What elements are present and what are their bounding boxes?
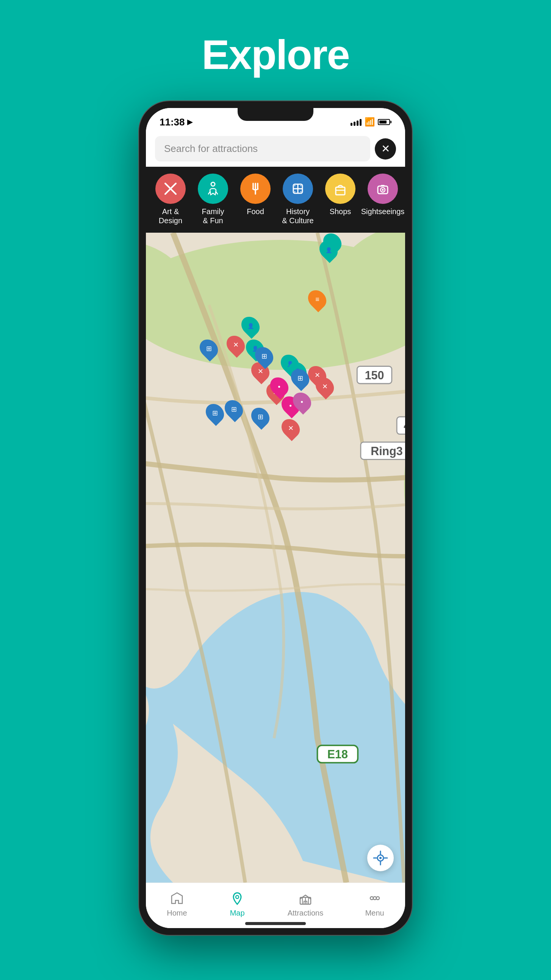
attractions-icon	[297, 890, 314, 907]
nav-attractions-label: Attractions	[288, 909, 323, 918]
category-food-label: Food	[247, 207, 264, 216]
location-arrow-icon: ▶	[187, 118, 193, 126]
category-shops-label: Shops	[330, 207, 351, 216]
category-bar: Art &Design Family& Fun	[146, 167, 405, 233]
category-history[interactable]: History& Culture	[277, 173, 319, 225]
phone-screen: 11:38 ▶ 📶 Search for attractions	[146, 108, 405, 928]
svg-rect-15	[336, 187, 345, 195]
nav-map-label: Map	[230, 909, 245, 918]
signal-icon	[350, 118, 361, 126]
nav-map[interactable]: Map	[229, 890, 245, 918]
svg-text:150: 150	[365, 369, 384, 382]
battery-icon	[378, 119, 390, 125]
status-time: 11:38 ▶	[159, 116, 193, 128]
phone-frame: 11:38 ▶ 📶 Search for attractions	[139, 101, 412, 935]
search-close-button[interactable]: ✕	[375, 138, 396, 159]
nav-menu[interactable]: Menu	[365, 890, 384, 918]
svg-point-35	[379, 857, 382, 859]
nav-home-label: Home	[167, 909, 187, 918]
close-icon: ✕	[381, 144, 390, 154]
category-sightseeing[interactable]: Sightseeings	[362, 173, 404, 216]
wifi-icon: 📶	[365, 117, 375, 127]
svg-text:E18: E18	[327, 748, 348, 760]
home-icon	[169, 890, 185, 907]
nav-attractions[interactable]: Attractions	[288, 890, 323, 918]
category-shops[interactable]: Shops	[320, 173, 361, 216]
category-food[interactable]: Food	[234, 173, 276, 216]
phone-notch	[237, 108, 314, 121]
svg-point-19	[382, 189, 384, 191]
search-placeholder: Search for attractions	[164, 143, 258, 154]
nav-home[interactable]: Home	[167, 890, 187, 918]
category-history-label: History& Culture	[282, 207, 314, 225]
bottom-nav: Home Map	[146, 883, 405, 928]
svg-text:4: 4	[404, 419, 405, 432]
svg-line-4	[216, 192, 218, 194]
page-title-text: Explore	[202, 30, 349, 78]
status-icons: 📶	[350, 117, 390, 127]
svg-point-48	[376, 897, 379, 900]
svg-text:Ring3: Ring3	[371, 444, 403, 458]
category-art[interactable]: Art &Design	[150, 173, 191, 225]
menu-icon	[366, 890, 383, 907]
map-icon	[229, 890, 245, 907]
category-art-label: Art &Design	[159, 207, 182, 225]
svg-point-40	[236, 896, 239, 899]
phone-bottom-bar	[245, 922, 306, 925]
svg-line-3	[209, 192, 210, 194]
category-family-label: Family& Fun	[202, 207, 225, 225]
category-sightseeing-label: Sightseeings	[361, 207, 405, 216]
nav-menu-label: Menu	[365, 909, 384, 918]
search-input-wrap[interactable]: Search for attractions	[155, 136, 370, 161]
search-bar: Search for attractions ✕	[146, 131, 405, 167]
svg-point-2	[211, 182, 215, 186]
map-svg: 150 4 Ring3 E18 Ildtangen	[146, 233, 405, 883]
map-area[interactable]: 150 4 Ring3 E18 Ildtangen ✕ ✕ ✕	[146, 233, 405, 883]
location-button[interactable]	[367, 845, 394, 871]
category-family[interactable]: Family& Fun	[192, 173, 234, 225]
